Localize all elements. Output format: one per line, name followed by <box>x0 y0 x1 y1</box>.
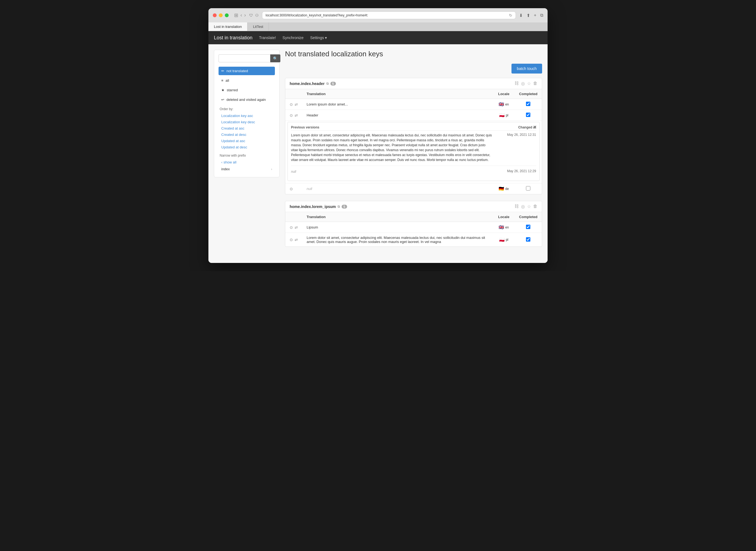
completed-checkbox[interactable] <box>526 225 530 229</box>
locale-badge: 🇬🇧 en <box>497 225 510 230</box>
completed-checkbox[interactable] <box>526 102 530 106</box>
batch-touch-button[interactable]: batch touch <box>511 64 542 73</box>
sidebar-item-deleted[interactable]: ↩ deleted and visited again <box>219 95 275 104</box>
shuffle-icon[interactable]: ⇄ <box>295 102 298 107</box>
sidebar-item-not-translated[interactable]: ✏ not translated <box>219 67 275 75</box>
browser-window: ⊞ ‹ › 🛡 ⚇ localhost:3000/lit/localizatio… <box>208 8 548 263</box>
star-outline-icon[interactable]: ☆ <box>527 204 531 209</box>
nav-translate[interactable]: Translate! <box>259 36 276 40</box>
locale-cell: 🇩🇪 de <box>493 183 515 194</box>
row-actions-cell: ⊙ ⇄ <box>285 233 302 247</box>
search-input[interactable] <box>219 54 270 62</box>
share-icon[interactable]: ⬆ <box>526 13 530 18</box>
translation-cell: Lorem dolor sit amet, consectetur adipis… <box>302 233 493 247</box>
history-row-icon[interactable]: ⊙ <box>290 113 293 117</box>
prefix-item-index[interactable]: index › <box>219 165 275 173</box>
shuffle-icon[interactable]: ⇄ <box>295 225 298 229</box>
col-header-completed: Completed <box>515 89 542 99</box>
app-title: Lost in translation <box>214 35 252 41</box>
key-count: 5 <box>330 82 336 85</box>
flag-en: 🇬🇧 <box>499 102 504 107</box>
search-button[interactable]: 🔍 <box>270 54 280 62</box>
browser-titlebar: ⊞ ‹ › 🛡 ⚇ localhost:3000/lit/localizatio… <box>208 8 548 22</box>
copy-icon[interactable]: ⧉ <box>337 205 340 208</box>
locale-badge: 🇵🇱 pl <box>497 113 510 118</box>
table-row: ⊙ ⇄ Header 🇵🇱 pl <box>285 110 542 121</box>
tab-littest[interactable]: LitTest <box>248 22 269 31</box>
row-actions: ⊙ ⇄ <box>290 102 298 107</box>
main-layout: 🔍 ✏ not translated ≡ all ★ starred ↩ del… <box>208 44 548 263</box>
url-text: localhost:3000/lit/localization_keys/not… <box>266 13 368 17</box>
prev-version-entry: null May 26, 2021 12:29 <box>291 169 536 177</box>
tabs-icon[interactable]: ⧉ <box>540 13 543 18</box>
content-area: Not translated localization keys batch t… <box>285 50 542 257</box>
completed-checkbox[interactable] <box>526 186 530 190</box>
history-row-icon[interactable]: ⊙ <box>290 237 293 242</box>
row-actions: ⊙ ⇄ <box>290 113 298 117</box>
locale-badge: 🇬🇧 en <box>497 102 510 107</box>
translations-table: Translation Locale Completed ⊙ ⇄ <box>285 212 542 246</box>
nav-synchronize[interactable]: Synchronize <box>283 36 304 40</box>
forward-icon[interactable]: › <box>244 12 246 18</box>
sidebar-toggle-icon[interactable]: ⊞ <box>234 12 238 18</box>
delete-icon[interactable]: 🗑 <box>533 81 537 86</box>
history-row-icon[interactable]: ⊙ <box>290 102 293 107</box>
shuffle-icon[interactable]: ⇄ <box>295 237 298 242</box>
completed-checkbox[interactable] <box>526 237 530 241</box>
col-header-locale: Locale <box>493 89 515 99</box>
maximize-button[interactable] <box>225 13 229 17</box>
history-row-icon[interactable]: ⊙ <box>290 187 293 191</box>
table-header-row: Translation Locale Completed <box>285 212 542 222</box>
url-bar[interactable]: localhost:3000/lit/localization_keys/not… <box>262 11 516 19</box>
completed-cell <box>515 233 542 247</box>
reload-icon[interactable]: ↻ <box>509 13 512 17</box>
back-icon[interactable]: ‹ <box>240 12 242 18</box>
show-all-link[interactable]: ‹ show all <box>219 159 275 165</box>
table-row: ⊙ null 🇩🇪 de <box>285 183 542 194</box>
close-button[interactable] <box>213 13 217 17</box>
star-icon: ★ <box>221 88 225 92</box>
copy-icon[interactable]: ⧉ <box>326 82 329 85</box>
key-card-home-index-lorem-ipsum: home.index.lorem_ipsum ⧉ 5 ⛓ ◎ ☆ 🗑 <box>285 201 542 247</box>
key-name: home.index.header ⧉ 5 <box>290 81 336 86</box>
completed-checkbox[interactable] <box>526 113 530 117</box>
download-icon[interactable]: ⬇ <box>519 13 523 18</box>
prev-versions-title: Previous versions <box>291 125 319 129</box>
order-updated-desc[interactable]: Updated at desc <box>219 144 275 150</box>
prev-versions-header: Previous versions Changed at <box>291 125 536 131</box>
order-key-asc[interactable]: Localization key asc <box>219 113 275 119</box>
shuffle-icon[interactable]: ⇄ <box>295 113 298 117</box>
new-tab-icon[interactable]: + <box>534 13 536 18</box>
app-navbar: Lost in translation Translate! Synchroni… <box>208 31 548 44</box>
table-row: ⊙ ⇄ Lorem ipsum dolor amet... 🇬🇧 e <box>285 99 542 110</box>
locale-cell: 🇵🇱 pl <box>493 233 515 247</box>
order-created-desc[interactable]: Created at desc <box>219 131 275 138</box>
list-icon: ≡ <box>221 78 224 82</box>
flag-de: 🇩🇪 <box>499 186 504 191</box>
tab-lost-in-translation[interactable]: Lost in translation <box>208 22 248 31</box>
minimize-button[interactable] <box>219 13 223 17</box>
close-prev-versions[interactable]: ✕ <box>533 124 537 129</box>
delete-icon[interactable]: 🗑 <box>533 204 537 209</box>
star-outline-icon[interactable]: ☆ <box>527 81 531 86</box>
sidebar-item-starred[interactable]: ★ starred <box>219 86 275 94</box>
key-card-header: home.index.lorem_ipsum ⧉ 5 ⛓ ◎ ☆ 🗑 <box>285 201 542 212</box>
sidebar-item-all[interactable]: ≡ all <box>219 76 275 85</box>
order-key-desc[interactable]: Localization key desc <box>219 119 275 125</box>
history-icon[interactable]: ◎ <box>521 204 525 209</box>
batch-touch-wrap: batch touch <box>285 64 542 73</box>
history-icon[interactable]: ◎ <box>521 81 525 86</box>
link-icon[interactable]: ⛓ <box>514 204 519 209</box>
search-box: 🔍 <box>219 54 275 62</box>
locale-badge: 🇩🇪 de <box>497 186 510 191</box>
nav-settings[interactable]: Settings ▾ <box>310 36 327 40</box>
key-count: 5 <box>342 205 347 208</box>
link-icon[interactable]: ⛓ <box>514 81 519 86</box>
prefix-chevron-icon: › <box>271 167 272 171</box>
order-created-asc[interactable]: Created at asc <box>219 125 275 131</box>
narrow-label: Narrow with prefix <box>219 154 275 157</box>
order-updated-asc[interactable]: Updated at asc <box>219 138 275 144</box>
history-row-icon[interactable]: ⊙ <box>290 225 293 229</box>
sidebar: 🔍 ✏ not translated ≡ all ★ starred ↩ del… <box>214 50 279 177</box>
col-header-locale: Locale <box>493 212 515 222</box>
